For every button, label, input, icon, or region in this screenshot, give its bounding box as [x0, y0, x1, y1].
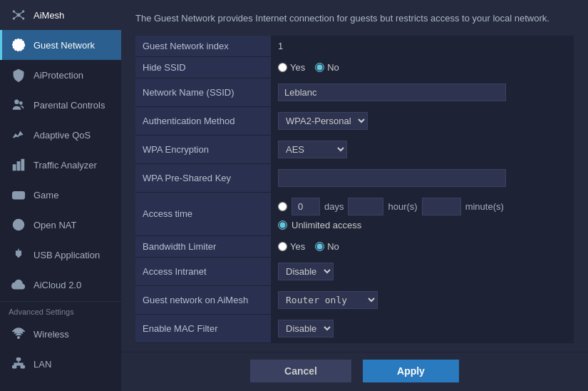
auth-method-select[interactable]: WPA2-Personal Open System WPA-Personal — [278, 112, 368, 130]
sidebar-item-adaptive-qos[interactable]: Adaptive QoS — [0, 120, 121, 150]
sidebar-label-parental-controls: Parental Controls — [33, 100, 105, 111]
field-label-hide-ssid: Hide SSID — [135, 56, 271, 78]
guest-icon — [11, 37, 26, 53]
field-label-psk: WPA Pre-Shared Key — [135, 163, 271, 192]
game-icon — [11, 187, 26, 203]
field-value-access-intranet: Disable Enable — [271, 257, 574, 285]
bandwidth-no-radio[interactable] — [315, 242, 324, 251]
bandwidth-yes-radio[interactable] — [278, 242, 287, 251]
sidebar-item-open-nat[interactable]: Open NAT — [0, 210, 121, 240]
bandwidth-yes-label[interactable]: Yes — [278, 241, 305, 252]
days-label: days — [324, 201, 344, 212]
sidebar-label-game: Game — [33, 190, 58, 200]
field-label-access-intranet: Access Intranet — [135, 257, 271, 285]
sidebar-label-wireless: Wireless — [33, 329, 69, 340]
field-value-hide-ssid: Yes No — [271, 56, 574, 78]
field-label-ssid: Network Name (SSID) — [135, 78, 271, 106]
parental-icon — [11, 97, 26, 113]
aimesh-guest-select[interactable]: Router only All nodes — [278, 291, 378, 309]
svg-line-5 — [14, 11, 19, 15]
apply-button[interactable]: Apply — [363, 360, 459, 382]
access-time-minutes-input[interactable] — [422, 198, 461, 215]
main-content: The Guest Network provides Internet conn… — [121, 0, 588, 352]
unlimited-access-label: Unlimited access — [292, 220, 361, 230]
sidebar-item-parental-controls[interactable]: Parental Controls — [0, 90, 121, 120]
table-row: Guest network on AiMesh Router only All … — [135, 285, 574, 314]
sidebar-item-traffic-analyzer[interactable]: Traffic Analyzer — [0, 150, 121, 180]
access-time-hours-input[interactable] — [348, 198, 383, 215]
hide-ssid-no-radio[interactable] — [315, 63, 324, 72]
table-row: WPA Encryption AES TKIP AES+TKIP — [135, 135, 574, 163]
field-value-aimesh-guest: Router only All nodes — [271, 285, 574, 314]
wireless-icon — [11, 326, 26, 342]
cancel-button[interactable]: Cancel — [250, 360, 351, 382]
guest-index-value: 1 — [278, 41, 283, 51]
svg-line-6 — [19, 11, 24, 15]
field-label-guest-index: Guest Network index — [135, 36, 271, 57]
field-value-wpa-enc: AES TKIP AES+TKIP — [271, 135, 574, 163]
psk-input[interactable] — [278, 169, 506, 187]
table-row: Enable MAC Filter Disable Enable — [135, 314, 574, 342]
sidebar-label-open-nat: Open NAT — [33, 220, 76, 230]
field-label-aimesh-guest: Guest network on AiMesh — [135, 285, 271, 314]
settings-form: Guest Network index 1 Hide SSID Yes — [135, 36, 574, 343]
svg-line-7 — [14, 15, 19, 19]
table-row: Hide SSID Yes No — [135, 56, 574, 78]
sidebar-item-aimesh[interactable]: AiMesh — [0, 0, 121, 30]
aimesh-icon — [11, 7, 26, 23]
table-row: Access time days hour(s) minute(s) — [135, 192, 574, 235]
unlimited-access-radio[interactable] — [278, 220, 287, 230]
field-value-bandwidth: Yes No — [271, 235, 574, 257]
lan-icon — [11, 356, 26, 372]
svg-point-10 — [13, 39, 25, 51]
minutes-label: minute(s) — [465, 201, 504, 212]
table-row: WPA Pre-Shared Key — [135, 163, 574, 192]
sidebar-label-guest-network: Guest Network — [33, 40, 95, 51]
sidebar-label-usb-application: USB Application — [33, 250, 100, 260]
table-row: Access Intranet Disable Enable — [135, 257, 574, 285]
svg-rect-13 — [14, 165, 16, 171]
svg-point-18 — [18, 337, 20, 339]
sidebar-item-aicloud[interactable]: AiCloud 2.0 — [0, 270, 121, 300]
bandwidth-no-label[interactable]: No — [315, 241, 339, 252]
field-value-guest-index: 1 — [271, 36, 574, 57]
sidebar-label-aimesh: AiMesh — [33, 10, 64, 21]
svg-rect-15 — [21, 160, 24, 171]
ssid-input[interactable] — [278, 83, 506, 101]
field-value-auth: WPA2-Personal Open System WPA-Personal — [271, 106, 574, 135]
hide-ssid-yes-radio[interactable] — [278, 63, 287, 72]
mac-filter-select[interactable]: Disable Enable — [278, 320, 334, 337]
field-value-ssid — [271, 78, 574, 106]
usb-icon — [11, 247, 26, 263]
field-value-mac-filter: Disable Enable — [271, 314, 574, 342]
field-label-mac-filter: Enable MAC Filter — [135, 314, 271, 342]
sidebar-item-game[interactable]: Game — [0, 180, 121, 210]
sidebar-item-wireless[interactable]: Wireless — [0, 319, 121, 349]
sidebar: AiMesh Guest Network AiProtection Parent… — [0, 0, 121, 391]
table-row: Bandwidth Limiter Yes No — [135, 235, 574, 257]
access-time-inputs: days hour(s) minute(s) — [278, 198, 567, 215]
sidebar-item-usb-application[interactable]: USB Application — [0, 240, 121, 270]
field-label-bandwidth: Bandwidth Limiter — [135, 235, 271, 257]
sidebar-label-traffic-analyzer: Traffic Analyzer — [33, 160, 97, 171]
field-label-access-time: Access time — [135, 192, 271, 235]
access-intranet-select[interactable]: Disable Enable — [278, 263, 334, 280]
hours-label: hour(s) — [388, 201, 417, 212]
access-time-days-input[interactable] — [292, 198, 320, 215]
field-label-auth: Authentication Method — [135, 106, 271, 135]
sidebar-label-lan: LAN — [33, 359, 51, 370]
sidebar-item-aiprotection[interactable]: AiProtection — [0, 60, 121, 90]
hide-ssid-yes-label[interactable]: Yes — [278, 62, 305, 73]
svg-point-11 — [15, 100, 19, 103]
sidebar-item-guest-network[interactable]: Guest Network — [0, 30, 121, 60]
wpa-encryption-select[interactable]: AES TKIP AES+TKIP — [278, 141, 347, 158]
access-time-container: days hour(s) minute(s) Unlimited access — [278, 198, 567, 230]
access-time-custom-radio[interactable] — [278, 202, 287, 211]
table-row: Network Name (SSID) — [135, 78, 574, 106]
hide-ssid-no-label[interactable]: No — [315, 62, 339, 73]
svg-rect-20 — [13, 366, 16, 368]
sidebar-item-lan[interactable]: LAN — [0, 349, 121, 379]
traffic-icon — [11, 157, 26, 173]
field-value-access-time: days hour(s) minute(s) Unlimited access — [271, 192, 574, 235]
description-text: The Guest Network provides Internet conn… — [135, 11, 574, 26]
